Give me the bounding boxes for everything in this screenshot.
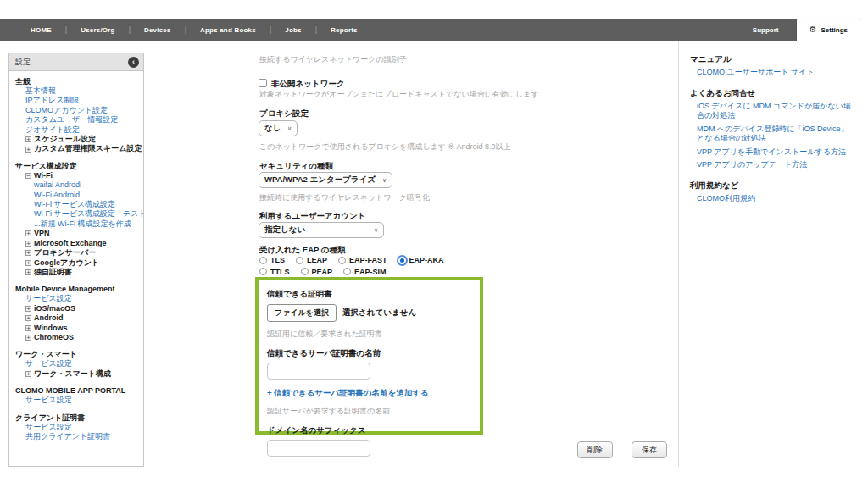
save-button[interactable]: 保存 xyxy=(632,441,667,458)
sidebar-item-label: Wi-Fi サービス構成設定 テスト xyxy=(34,209,144,219)
sidebar-collapse-button[interactable]: ‹ xyxy=(128,57,139,68)
sidebar-item-label: サービス設定 xyxy=(25,294,72,303)
sidebar-item[interactable]: +VPN xyxy=(15,229,140,238)
sidebar-item[interactable]: サービス設定 xyxy=(15,396,140,405)
sidebar-item-label: スケジュール設定 xyxy=(34,135,96,144)
sidebar-item[interactable]: ...新規 Wi-Fi 構成設定を作成 xyxy=(15,219,140,229)
security-type-label: セキュリティの種類 xyxy=(259,161,333,172)
help-link[interactable]: VPP アプリのアップデート方法 xyxy=(697,160,851,170)
help-link[interactable]: iOS デバイスに MDM コマンドが届かない場合の対処法 xyxy=(697,102,851,121)
nav-item-apps-and-books[interactable]: Apps and Books xyxy=(186,26,270,34)
trusted-cert-file-row: ファイルを選択 選択されていません xyxy=(267,304,471,322)
sidebar-item[interactable]: サービス設定 xyxy=(15,423,140,432)
radio-tls[interactable]: TLS xyxy=(259,255,285,266)
help-link[interactable]: CLOMO ユーザーサポート サイト xyxy=(697,68,851,78)
help-section-title: よくあるお問合せ xyxy=(690,88,851,98)
chevron-down-icon: ∨ xyxy=(287,125,292,132)
sidebar-item[interactable]: 基本情報 xyxy=(15,86,140,96)
nav-right: Support ⚙ Settings xyxy=(734,19,860,41)
radio-peap[interactable]: PEAP xyxy=(301,267,333,278)
user-account-label: 利用するユーザーアカウント xyxy=(259,211,366,222)
trusted-cert-section: 信頼できる証明書 ファイルを選択 選択されていません 認証用に信頼／要求された証… xyxy=(255,277,483,435)
help-section-title: マニュアル xyxy=(690,54,851,64)
sidebar-item[interactable]: CLOMOアカウント設定 xyxy=(15,106,140,115)
radio-label: EAP-FAST xyxy=(349,255,387,266)
support-link[interactable]: Support xyxy=(734,26,798,34)
sidebar-section-title: Mobile Device Management xyxy=(15,285,140,294)
sidebar-item[interactable]: Wi-Fi サービス構成設定 xyxy=(15,200,140,209)
sidebar-item[interactable]: ジオサイト設定 xyxy=(15,125,140,135)
sidebar-item-label: 共用クライアント証明書 xyxy=(25,432,110,441)
user-account-select[interactable]: 指定しない ∨ xyxy=(259,222,384,238)
sidebar-item[interactable]: +ChromeOS xyxy=(15,333,140,342)
radio-eap-sim[interactable]: EAP-SIM xyxy=(343,267,387,278)
top-nav: HOME|Users/Org|Devices|Apps and Books|Jo… xyxy=(0,19,860,41)
nav-item-users-org[interactable]: Users/Org xyxy=(67,26,128,34)
add-server-cert-link[interactable]: + 信頼できるサーバ証明書の名前を追加する xyxy=(267,388,471,399)
hidden-network-checkbox[interactable] xyxy=(259,79,267,87)
settings-tab-label: Settings xyxy=(821,26,848,34)
plus-box-icon: + xyxy=(25,269,31,275)
sidebar-item-label: Wi-Fi サービス構成設定 xyxy=(34,200,115,209)
sidebar-item[interactable]: +iOS/macOS xyxy=(15,304,140,313)
nav-item-home[interactable]: HOME xyxy=(17,26,65,34)
sidebar-item[interactable]: サービス設定 xyxy=(15,294,140,303)
proxy-select[interactable]: なし ∨ xyxy=(259,120,298,136)
help-section-title: 利用規約など xyxy=(690,180,851,191)
help-link[interactable]: CLOMO利用規約 xyxy=(697,194,851,204)
file-select-button[interactable]: ファイルを選択 xyxy=(267,304,337,322)
trusted-cert-help: 認証用に信頼／要求された証明書 xyxy=(267,329,471,340)
chevron-down-icon: ∨ xyxy=(382,177,387,184)
proxy-select-value: なし xyxy=(264,123,281,134)
settings-sidebar: 設定 ‹ 全般基本情報IPアドレス制限CLOMOアカウント設定カスタムユーザー情… xyxy=(8,53,144,467)
proxy-help: このネットワークで使用されるプロキシを構成します ※ Android 8.0以上 xyxy=(259,141,511,152)
sidebar-item[interactable]: +ワーク・スマート構成 xyxy=(15,369,140,379)
help-link[interactable]: MDM へのデバイス登録時に「iOS Device」となる場合の対処法 xyxy=(697,125,851,144)
radio-icon xyxy=(259,257,267,264)
nav-items: HOME|Users/Org|Devices|Apps and Books|Jo… xyxy=(0,19,734,41)
sidebar-item[interactable]: IPアドレス制限 xyxy=(15,96,140,105)
sidebar-item[interactable]: カスタムユーザー情報設定 xyxy=(15,115,140,125)
plus-box-icon: + xyxy=(25,306,31,312)
radio-eap-fast[interactable]: EAP-FAST xyxy=(338,255,387,266)
radio-leap[interactable]: LEAP xyxy=(296,255,327,266)
sidebar-item[interactable]: +Microsoft Exchange xyxy=(15,239,140,248)
sidebar-section-title: クライアント証明書 xyxy=(15,413,140,423)
radio-label: LEAP xyxy=(307,255,327,266)
sidebar-item[interactable]: +独自証明書 xyxy=(15,268,140,277)
sidebar-item[interactable]: +プロキシサーバー xyxy=(15,248,140,258)
sidebar-item[interactable]: Wi-Fi Android xyxy=(15,191,140,200)
nav-item-reports[interactable]: Reports xyxy=(317,26,371,34)
settings-tab[interactable]: ⚙ Settings xyxy=(797,19,860,41)
sidebar-item[interactable]: waifai Androdi xyxy=(15,180,140,190)
sidebar-item[interactable]: +Android xyxy=(15,313,140,323)
sidebar-item[interactable]: サービス設定 xyxy=(15,359,140,369)
sidebar-item[interactable]: −Wi-Fi xyxy=(15,171,140,180)
footer-divider xyxy=(145,435,679,435)
radio-eap-aka[interactable]: EAP-AKA xyxy=(398,255,444,266)
sidebar-item[interactable]: +カスタム管理権限スキーム設定 xyxy=(15,144,140,153)
ssid-help-text: 接続するワイヤレスネットワークの識別子 xyxy=(259,54,407,65)
radio-ttls[interactable]: TTLS xyxy=(259,267,290,278)
help-link[interactable]: VPP アプリを手動でインストールする方法 xyxy=(697,147,851,158)
hidden-network-row[interactable]: 非公開ネットワーク xyxy=(259,75,345,90)
sidebar-item[interactable]: +スケジュール設定 xyxy=(15,135,140,144)
help-panel: マニュアルCLOMO ユーザーサポート サイトよくあるお問合せiOS デバイスに… xyxy=(678,41,860,467)
sidebar-item-label: Android xyxy=(34,313,64,323)
server-cert-name-input[interactable] xyxy=(267,363,370,380)
security-type-select[interactable]: WPA/WPA2 エンタープライズ ∨ xyxy=(259,172,392,188)
radio-icon xyxy=(296,257,303,264)
sidebar-item[interactable]: +Googleアカウント xyxy=(15,258,140,268)
sidebar-item-label: ワーク・スマート構成 xyxy=(34,369,111,379)
plus-box-icon: + xyxy=(25,335,31,341)
sidebar-item[interactable]: 共用クライアント証明書 xyxy=(15,432,140,441)
domain-suffix-input[interactable] xyxy=(267,440,370,457)
sidebar-item[interactable]: Wi-Fi サービス構成設定 テスト xyxy=(15,209,140,219)
sidebar-item[interactable]: +Windows xyxy=(15,324,140,333)
nav-item-jobs[interactable]: Jobs xyxy=(271,26,314,34)
radio-label: TTLS xyxy=(270,267,290,278)
radio-icon xyxy=(338,257,346,264)
sidebar-section-title: サービス構成設定 xyxy=(15,162,140,171)
delete-button[interactable]: 削除 xyxy=(577,441,613,458)
nav-item-devices[interactable]: Devices xyxy=(131,26,185,34)
